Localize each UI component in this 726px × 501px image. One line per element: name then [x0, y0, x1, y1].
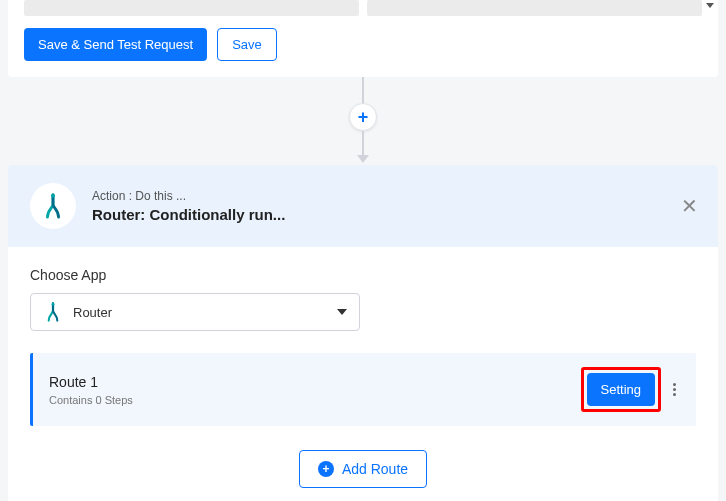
save-button[interactable]: Save: [217, 28, 277, 61]
close-button[interactable]: ✕: [681, 194, 698, 218]
kebab-dot-icon: [673, 393, 676, 396]
action-body: Choose App Router Route 1 Contains 0 Ste…: [8, 247, 718, 501]
chevron-down-icon: [337, 309, 347, 315]
route-actions: Setting: [581, 367, 680, 412]
kebab-dot-icon: [673, 383, 676, 386]
add-route-button[interactable]: + Add Route: [299, 450, 427, 488]
close-icon: ✕: [681, 195, 698, 217]
plus-icon: +: [358, 107, 369, 128]
svg-point-1: [52, 303, 55, 306]
button-row: Save & Send Test Request Save: [24, 28, 702, 61]
svg-point-0: [51, 194, 55, 198]
action-subtitle: Action : Do this ...: [92, 189, 285, 203]
setting-highlight: Setting: [581, 367, 661, 412]
save-send-test-button[interactable]: Save & Send Test Request: [24, 28, 207, 61]
add-route-label: Add Route: [342, 461, 408, 477]
router-icon: [40, 193, 66, 219]
connector-line: [362, 131, 364, 157]
action-header: Action : Do this ... Router: Conditional…: [8, 165, 718, 247]
action-title: Router: Conditionally run...: [92, 206, 285, 223]
choose-app-select[interactable]: Router: [30, 293, 360, 331]
right-select-placeholder[interactable]: [367, 0, 702, 16]
action-card: Action : Do this ... Router: Conditional…: [8, 165, 718, 501]
left-input-placeholder[interactable]: [24, 0, 359, 16]
add-step-button[interactable]: +: [349, 103, 377, 131]
arrow-down-icon: [357, 155, 369, 163]
route-setting-button[interactable]: Setting: [587, 373, 655, 406]
kebab-dot-icon: [673, 388, 676, 391]
add-route-row: + Add Route: [30, 450, 696, 488]
step-connector: +: [0, 77, 726, 165]
choose-app-selected: Router: [73, 305, 327, 320]
route-info: Route 1 Contains 0 Steps: [49, 374, 133, 406]
route-title: Route 1: [49, 374, 133, 390]
router-app-icon: [30, 183, 76, 229]
top-inputs-row: [24, 0, 702, 16]
router-icon: [43, 302, 63, 322]
route-menu-button[interactable]: [669, 379, 680, 400]
chevron-down-icon: [706, 3, 714, 8]
connector-line: [362, 77, 364, 103]
route-item: Route 1 Contains 0 Steps Setting: [30, 353, 696, 426]
route-subtitle: Contains 0 Steps: [49, 394, 133, 406]
choose-app-label: Choose App: [30, 267, 696, 283]
plus-circle-icon: +: [318, 461, 334, 477]
top-step-card: Save & Send Test Request Save: [8, 0, 718, 77]
action-header-text: Action : Do this ... Router: Conditional…: [92, 189, 285, 223]
